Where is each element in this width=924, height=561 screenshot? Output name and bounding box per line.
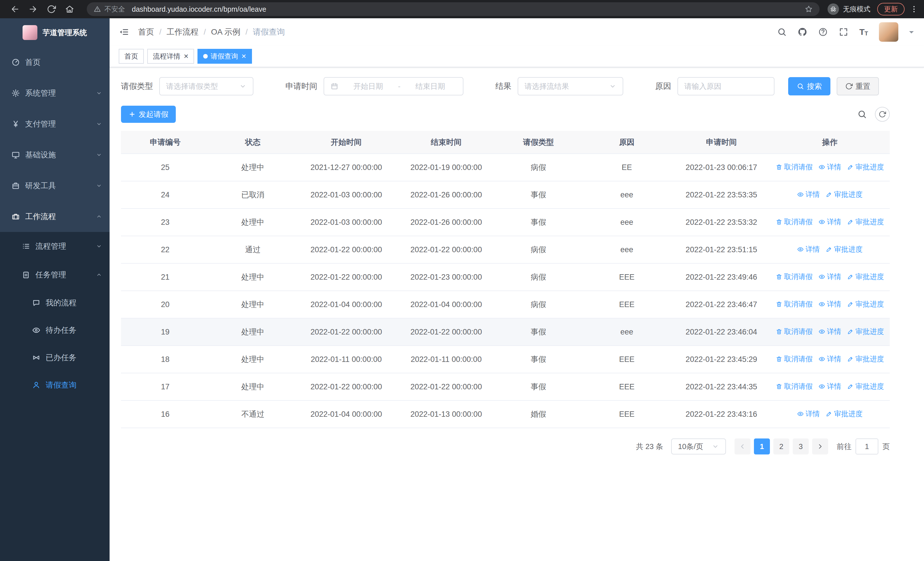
goto-page-input[interactable]	[855, 438, 878, 454]
security-label[interactable]: 不安全	[105, 5, 125, 14]
sidebar-item-leave-query[interactable]: 请假查询	[0, 371, 110, 399]
action-progress[interactable]: 审批进度	[825, 245, 862, 254]
sidebar-item-payment[interactable]: 支付管理	[0, 108, 110, 139]
toggle-search-icon[interactable]	[857, 110, 867, 119]
app-logo[interactable]: 芋道管理系统	[0, 18, 110, 47]
page-size-select[interactable]: 10条/页	[671, 438, 726, 454]
result-select[interactable]: 请选择流结果	[518, 77, 623, 95]
topbar-actions: TT	[777, 22, 914, 42]
incognito-badge[interactable]: 无痕模式	[828, 3, 870, 15]
action-progress[interactable]: 审批进度	[847, 162, 884, 171]
sidebar-item-process-management[interactable]: 流程管理	[0, 232, 110, 260]
action-detail[interactable]: 详情	[818, 354, 841, 364]
action-detail[interactable]: 详情	[818, 272, 841, 281]
user-icon	[32, 381, 40, 390]
table-body: 25处理中2021-12-27 00:00:002022-01-19 00:00…	[121, 154, 890, 428]
action-detail[interactable]: 详情	[797, 245, 820, 254]
bookmark-star-icon[interactable]	[805, 5, 813, 13]
dashboard-icon	[11, 58, 20, 66]
search-button[interactable]: 搜索	[788, 77, 830, 95]
leave-type-select[interactable]: 请选择请假类型	[159, 77, 254, 95]
action-detail[interactable]: 详情	[818, 162, 841, 171]
breadcrumb-item[interactable]: OA 示例	[211, 27, 240, 38]
page-button-2[interactable]: 2	[773, 438, 789, 454]
action-detail[interactable]: 详情	[818, 299, 841, 309]
address-bar[interactable]: 不安全 dashboard.yudao.iocoder.cn/bpm/oa/le…	[87, 2, 819, 16]
date-range-picker[interactable]: 开始日期 - 结束日期	[324, 77, 464, 95]
action-progress[interactable]: 审批进度	[825, 409, 862, 418]
action-cancel[interactable]: 取消请假	[776, 354, 813, 364]
end-date-placeholder[interactable]: 结束日期	[404, 81, 457, 92]
eye-icon	[818, 301, 825, 308]
tab-process-detail[interactable]: 流程详情×	[147, 49, 194, 64]
next-page-button[interactable]	[812, 438, 828, 454]
action-progress[interactable]: 审批进度	[847, 382, 884, 391]
sidebar-item-home[interactable]: 首页	[0, 47, 110, 78]
sidebar-item-label: 待办任务	[46, 325, 102, 335]
search-icon[interactable]	[777, 27, 787, 37]
collapse-sidebar-icon[interactable]	[119, 27, 129, 37]
cell-reason: eee	[581, 209, 673, 236]
action-cancel[interactable]: 取消请假	[776, 162, 813, 171]
sidebar-item-my-process[interactable]: 我的流程	[0, 289, 110, 316]
refresh-table-button[interactable]	[875, 107, 890, 122]
breadcrumb-item[interactable]: 工作流程	[166, 27, 199, 38]
chevron-down-icon	[96, 182, 102, 189]
action-cancel[interactable]: 取消请假	[776, 382, 813, 391]
action-detail[interactable]: 详情	[818, 327, 841, 336]
column-header: 结束时间	[396, 131, 496, 154]
cell-reason: eee	[581, 236, 673, 263]
browser-menu-icon[interactable]	[910, 5, 918, 14]
action-progress[interactable]: 审批进度	[847, 217, 884, 227]
browser-forward-icon[interactable]	[28, 5, 38, 14]
action-cancel[interactable]: 取消请假	[776, 327, 813, 336]
help-icon[interactable]	[818, 27, 828, 37]
action-detail[interactable]: 详情	[818, 382, 841, 391]
sidebar-item-label: 基础设施	[25, 150, 96, 160]
user-avatar[interactable]	[879, 22, 898, 42]
sidebar-item-infrastructure[interactable]: 基础设施	[0, 139, 110, 170]
create-leave-button[interactable]: 发起请假	[121, 106, 176, 123]
tab-home[interactable]: 首页	[119, 49, 144, 64]
action-progress[interactable]: 审批进度	[825, 190, 862, 199]
avatar-caret-icon[interactable]	[909, 31, 914, 36]
tab-leave-query[interactable]: 请假查询×	[198, 49, 252, 64]
browser-home-icon[interactable]	[65, 5, 74, 14]
action-detail[interactable]: 详情	[818, 217, 841, 227]
content: 请假类型 请选择请假类型 申请时间 开始日期 - 结束日期	[110, 68, 924, 561]
cell-start: 2022-01-03 00:00:00	[296, 209, 396, 236]
url-text[interactable]: dashboard.yudao.iocoder.cn/bpm/oa/leave	[132, 5, 266, 14]
action-cancel[interactable]: 取消请假	[776, 217, 813, 227]
font-size-icon[interactable]: TT	[859, 28, 868, 36]
cell-start: 2022-01-03 00:00:00	[296, 181, 396, 209]
start-date-placeholder[interactable]: 开始日期	[342, 81, 394, 92]
close-icon[interactable]: ×	[184, 52, 188, 60]
action-progress[interactable]: 审批进度	[847, 354, 884, 364]
reason-input[interactable]	[678, 77, 774, 95]
action-cancel[interactable]: 取消请假	[776, 272, 813, 281]
column-header: 原因	[581, 131, 673, 154]
sidebar-item-todo-task[interactable]: 待办任务	[0, 316, 110, 344]
action-detail[interactable]: 详情	[797, 190, 820, 199]
action-progress[interactable]: 审批进度	[847, 327, 884, 336]
github-icon[interactable]	[798, 27, 807, 37]
sidebar-item-done-task[interactable]: 已办任务	[0, 344, 110, 371]
sidebar-item-workflow[interactable]: 工作流程	[0, 201, 110, 232]
browser-reload-icon[interactable]	[47, 5, 56, 14]
reset-button[interactable]: 重置	[837, 77, 879, 95]
action-detail[interactable]: 详情	[797, 409, 820, 418]
breadcrumb-item[interactable]: 首页	[138, 27, 154, 38]
action-cancel[interactable]: 取消请假	[776, 299, 813, 309]
browser-update-button[interactable]: 更新	[877, 3, 904, 15]
page-button-1[interactable]: 1	[754, 438, 770, 454]
action-progress[interactable]: 审批进度	[847, 299, 884, 309]
page-button-3[interactable]: 3	[793, 438, 809, 454]
action-progress[interactable]: 审批进度	[847, 272, 884, 281]
sidebar-item-devtools[interactable]: 研发工具	[0, 170, 110, 201]
prev-page-button[interactable]	[735, 438, 750, 454]
sidebar-item-task-management[interactable]: 任务管理	[0, 260, 110, 289]
sidebar-item-system[interactable]: 系统管理	[0, 78, 110, 108]
close-icon[interactable]: ×	[242, 52, 246, 60]
fullscreen-icon[interactable]	[838, 27, 848, 37]
browser-back-icon[interactable]	[10, 5, 20, 14]
